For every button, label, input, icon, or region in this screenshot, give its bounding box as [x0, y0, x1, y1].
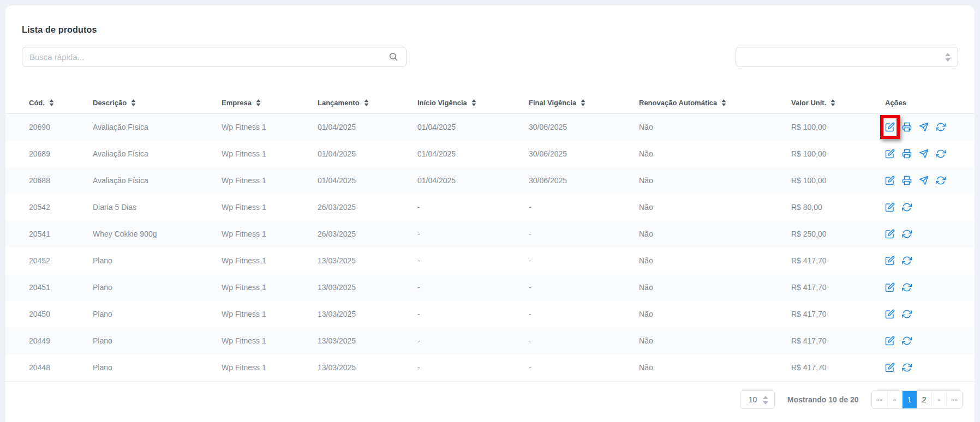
edit-action-button[interactable] — [885, 282, 895, 292]
print-action-button[interactable] — [902, 176, 912, 185]
cell-actions — [885, 248, 975, 274]
highlight-frame — [885, 122, 895, 132]
cell-final_vigencia: - — [529, 221, 639, 248]
column-header-label[interactable]: Valor Unit. — [791, 99, 835, 107]
column-header-label[interactable]: Cód. — [29, 99, 54, 107]
refresh-action-button[interactable] — [902, 282, 912, 292]
refresh-icon — [902, 256, 912, 266]
send-action-button[interactable] — [919, 176, 929, 185]
cell-cod: 20542 — [5, 194, 93, 221]
sort-icon[interactable] — [471, 99, 476, 106]
refresh-action-button[interactable] — [902, 363, 912, 372]
column-label: Valor Unit. — [791, 99, 826, 107]
column-label: Cód. — [29, 99, 45, 107]
toolbar — [22, 47, 958, 67]
cell-renovacao: Não — [639, 141, 791, 167]
edit-action-button[interactable] — [885, 363, 895, 372]
table-header-row: Cód.DescriçãoEmpresaLançamentoInício Vig… — [5, 93, 975, 113]
edit-icon — [885, 336, 895, 346]
column-header-label[interactable]: Descrição — [93, 99, 136, 107]
send-action-button[interactable] — [919, 149, 929, 159]
cell-actions — [885, 167, 975, 194]
edit-action-button[interactable] — [885, 256, 895, 266]
refresh-action-button[interactable] — [902, 336, 912, 346]
sort-icon[interactable] — [131, 99, 136, 106]
cell-valor: R$ 417,70 — [791, 248, 885, 274]
sort-icon[interactable] — [581, 99, 585, 106]
edit-action-button[interactable] — [885, 149, 895, 159]
filter-select[interactable] — [736, 47, 958, 67]
cell-cod: 20689 — [5, 141, 93, 167]
table-row: 20541Whey Cokkie 900gWp Fitness 126/03/2… — [5, 221, 975, 248]
edit-action-button[interactable] — [885, 202, 895, 212]
edit-action-button[interactable] — [885, 176, 895, 185]
cell-lancamento: 13/03/2025 — [318, 248, 417, 274]
column-label: Final Vigência — [529, 99, 576, 107]
edit-action-button[interactable] — [885, 229, 895, 239]
cell-descricao: Plano — [93, 354, 222, 382]
send-action-button[interactable] — [919, 122, 929, 132]
cell-cod: 20449 — [5, 328, 93, 354]
print-action-button[interactable] — [902, 122, 912, 132]
sort-icon[interactable] — [256, 99, 261, 106]
refresh-action-button[interactable] — [902, 229, 912, 239]
column-header-label[interactable]: Renovação Automática — [639, 99, 726, 107]
pager-page-2-button[interactable]: 2 — [917, 391, 931, 408]
cell-valor: R$ 100,00 — [791, 141, 885, 167]
cell-descricao: Plano — [93, 328, 222, 354]
cell-empresa: Wp Fitness 1 — [222, 113, 318, 141]
cell-descricao: Plano — [93, 301, 222, 328]
pager: «««12»»» — [871, 390, 963, 409]
column-header-renovacao: Renovação Automática — [639, 93, 791, 113]
search-input[interactable] — [22, 47, 407, 67]
sort-icon[interactable] — [364, 99, 369, 106]
table-row: 20450PlanoWp Fitness 113/03/2025--NãoR$ … — [5, 301, 975, 328]
cell-valor: R$ 417,70 — [791, 301, 885, 328]
refresh-action-button[interactable] — [902, 309, 912, 319]
cell-valor: R$ 100,00 — [791, 113, 885, 141]
refresh-action-button[interactable] — [936, 176, 946, 185]
refresh-action-button[interactable] — [902, 256, 912, 266]
column-header-label[interactable]: Final Vigência — [529, 99, 585, 107]
edit-action-button[interactable] — [885, 122, 895, 132]
table-row: 20688Avaliação FísicaWp Fitness 101/04/2… — [5, 167, 975, 194]
cell-valor: R$ 250,00 — [791, 221, 885, 248]
cell-descricao: Avaliação Física — [93, 141, 222, 167]
refresh-action-button[interactable] — [936, 122, 946, 132]
edit-icon — [885, 149, 895, 159]
column-header-label[interactable]: Lançamento — [318, 99, 369, 107]
print-action-button[interactable] — [902, 149, 912, 159]
page-size-select[interactable]: 10 — [740, 390, 775, 409]
column-header-label[interactable]: Início Vigência — [417, 99, 476, 107]
cell-renovacao: Não — [639, 328, 791, 354]
edit-action-button[interactable] — [885, 336, 895, 346]
cell-inicio_vigencia: 01/04/2025 — [417, 113, 529, 141]
cell-descricao: Diaria 5 Dias — [93, 194, 222, 221]
column-header-label[interactable]: Empresa — [222, 99, 261, 107]
refresh-icon — [902, 229, 912, 239]
refresh-action-button[interactable] — [936, 149, 946, 159]
sort-icon[interactable] — [830, 99, 835, 106]
column-header-lancamento: Lançamento — [318, 93, 417, 113]
refresh-action-button[interactable] — [902, 202, 912, 212]
pager-first-button[interactable]: «« — [872, 391, 887, 408]
pager-next-button[interactable]: » — [931, 391, 946, 408]
sort-icon[interactable] — [721, 99, 726, 106]
search-icon[interactable] — [389, 52, 398, 62]
pager-last-button[interactable]: »» — [946, 391, 962, 408]
edit-action-button[interactable] — [885, 309, 895, 319]
cell-valor: R$ 417,70 — [791, 354, 885, 382]
sort-icon[interactable] — [49, 99, 54, 106]
refresh-icon — [902, 309, 912, 319]
cell-descricao: Plano — [93, 248, 222, 274]
pager-page-1-button[interactable]: 1 — [902, 391, 917, 408]
column-label: Ações — [885, 99, 906, 107]
cell-cod: 20452 — [5, 248, 93, 274]
cell-lancamento: 01/04/2025 — [318, 167, 417, 194]
cell-actions — [885, 301, 975, 328]
pager-prev-button[interactable]: « — [887, 391, 902, 408]
page-size-value: 10 — [749, 395, 757, 404]
cell-descricao: Plano — [93, 274, 222, 301]
cell-inicio_vigencia: - — [417, 221, 529, 248]
cell-final_vigencia: 30/06/2025 — [529, 113, 639, 141]
